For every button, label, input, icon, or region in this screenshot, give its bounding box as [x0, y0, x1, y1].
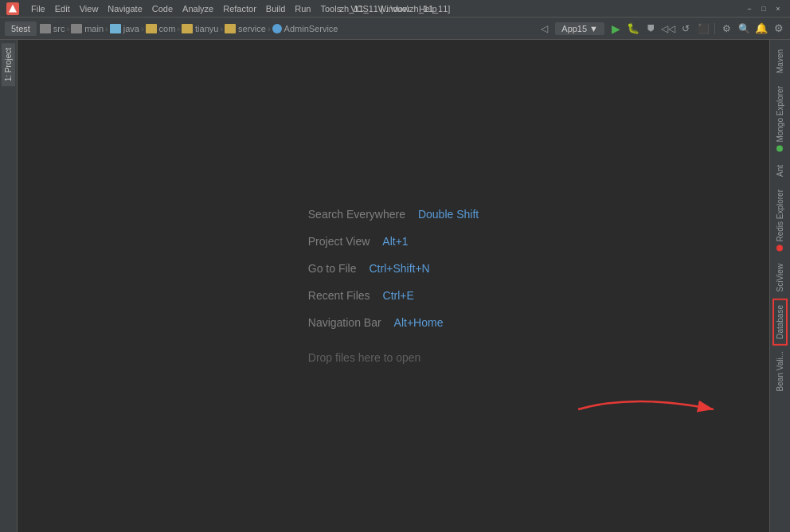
right-tool-maven[interactable]: Maven — [773, 43, 787, 80]
mongo-dot — [777, 146, 784, 152]
back-icon[interactable]: ◁ — [538, 22, 550, 35]
minimize-button[interactable]: − — [744, 3, 755, 14]
hint-recent-shortcut: Ctrl+E — [383, 289, 414, 302]
hint-goto-file: Go to File Ctrl+Shift+N — [308, 262, 430, 275]
src-folder-icon — [40, 24, 51, 33]
redis-dot — [777, 244, 784, 251]
hint-search-label: Search Everywhere — [308, 208, 405, 221]
hint-project-shortcut: Alt+1 — [382, 235, 408, 248]
separator — [714, 23, 715, 34]
hint-project: Project View Alt+1 — [308, 235, 409, 248]
menu-file[interactable]: File — [27, 2, 49, 15]
hint-project-label: Project View — [308, 235, 370, 248]
breadcrumb-adminservice[interactable]: AdminService — [272, 24, 338, 33]
menu-code[interactable]: Code — [148, 2, 177, 15]
hint-nav-label: Navigation Bar — [308, 316, 381, 329]
hint-recent-files: Recent Files Ctrl+E — [308, 289, 414, 302]
breadcrumb-com: com — [146, 24, 176, 33]
menu-edit[interactable]: Edit — [51, 2, 74, 15]
java-folder-icon — [110, 24, 121, 33]
menu-build[interactable]: Build — [262, 2, 289, 15]
menu-analyze[interactable]: Analyze — [178, 2, 217, 15]
toolbar: 5test src › main › java › com › tianyu — [0, 18, 790, 40]
hint-nav-bar: Navigation Bar Alt+Home — [308, 316, 444, 329]
sidebar-item-project[interactable]: 1: Project — [2, 43, 15, 86]
profile-button[interactable]: ⚙ — [720, 22, 733, 35]
drop-hint: Drop files here to open — [308, 351, 421, 364]
run-config-chevron: ▼ — [589, 24, 598, 33]
hint-search-shortcut: Double Shift — [418, 208, 479, 221]
menu-view[interactable]: View — [76, 2, 103, 15]
main-layout: 1: Project Search Everywhere Double Shif… — [0, 40, 790, 532]
class-icon — [272, 24, 282, 33]
hint-nav-shortcut: Alt+Home — [394, 316, 444, 329]
debug-button[interactable]: 🐛 — [627, 22, 639, 35]
project-tab[interactable]: 5test — [5, 22, 37, 36]
left-sidebar: 1: Project — [0, 40, 18, 532]
run-config[interactable]: App15 ▼ — [555, 22, 604, 35]
right-tool-beanval[interactable]: Bean Vali... — [773, 345, 787, 397]
arrow-indicator — [570, 385, 729, 436]
window-controls: − □ × — [744, 3, 784, 14]
right-tool-sciview[interactable]: SciView — [773, 257, 787, 298]
com-folder-icon — [146, 24, 157, 33]
hint-search: Search Everywhere Double Shift — [308, 208, 479, 221]
run-with-button[interactable]: ◁◁ — [662, 22, 675, 35]
search-button[interactable]: 🔍 — [737, 22, 750, 35]
tianyu-folder-icon — [182, 24, 193, 33]
maximize-button[interactable]: □ — [758, 3, 769, 14]
coverage-button[interactable]: ⛊ — [644, 22, 657, 35]
right-tool-redis[interactable]: Redis Explorer — [773, 183, 787, 258]
breadcrumb-main: main — [71, 24, 104, 33]
window-title: zh_11_11 [...\vue\zh_11_11] — [340, 4, 451, 14]
app-icon — [6, 2, 19, 15]
title-bar: File Edit View Navigate Code Analyze Ref… — [0, 0, 790, 18]
breadcrumb: src › main › java › com › tianyu › servi — [40, 24, 534, 33]
breadcrumb-service[interactable]: service — [225, 24, 266, 33]
breadcrumb-src: src — [40, 24, 65, 33]
main-folder-icon — [71, 24, 82, 33]
close-button[interactable]: × — [772, 3, 784, 14]
editor-area: Search Everywhere Double Shift Project V… — [18, 40, 769, 532]
right-tool-ant[interactable]: Ant — [773, 158, 787, 183]
right-toolbar: ◁ App15 ▼ ▶ 🐛 ⛊ ◁◁ ↺ ⬛ ⚙ 🔍 🔔 ⚙ — [538, 22, 785, 35]
notifications-icon[interactable]: 🔔 — [755, 22, 768, 35]
right-tool-database[interactable]: Database — [772, 299, 788, 346]
hint-goto-file-shortcut: Ctrl+Shift+N — [369, 262, 429, 275]
breadcrumb-java: java — [110, 24, 139, 33]
right-sidebar: Maven Mongo Explorer Ant Redis Explorer … — [769, 40, 790, 532]
run-button[interactable]: ▶ — [609, 22, 622, 35]
right-tool-mongo[interactable]: Mongo Explorer — [773, 80, 787, 158]
hint-goto-file-label: Go to File — [308, 262, 357, 275]
hint-recent-label: Recent Files — [308, 289, 370, 302]
service-folder-icon — [225, 24, 236, 33]
menu-refactor[interactable]: Refactor — [219, 2, 260, 15]
settings-icon[interactable]: ⚙ — [772, 22, 785, 35]
stop-button[interactable]: ⬛ — [697, 22, 710, 35]
menu-run[interactable]: Run — [291, 2, 315, 15]
menu-navigate[interactable]: Navigate — [104, 2, 146, 15]
rerun-button[interactable]: ↺ — [679, 22, 692, 35]
breadcrumb-tianyu: tianyu — [182, 24, 218, 33]
hints-container: Search Everywhere Double Shift Project V… — [308, 208, 479, 364]
